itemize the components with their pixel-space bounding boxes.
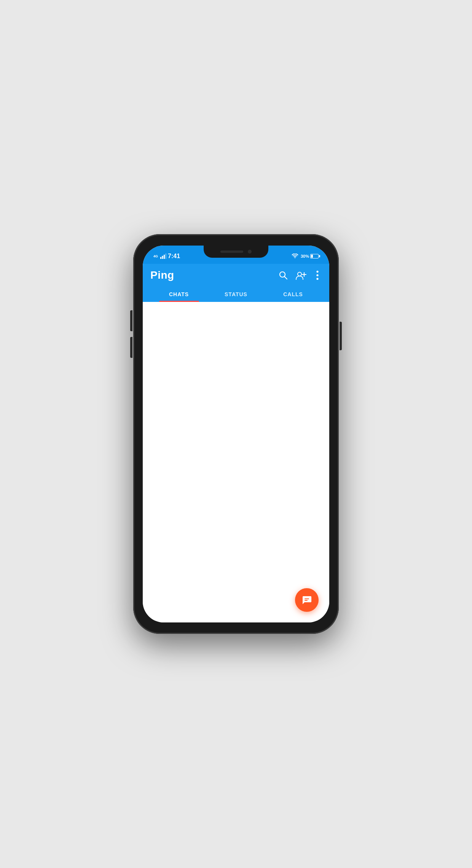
chat-icon bbox=[301, 595, 312, 605]
battery-fill bbox=[311, 255, 313, 258]
svg-rect-1 bbox=[162, 256, 163, 259]
svg-rect-3 bbox=[166, 254, 167, 259]
battery-icon bbox=[310, 254, 319, 258]
speaker bbox=[220, 251, 243, 253]
status-time: 7:41 bbox=[168, 253, 180, 260]
signal-icon bbox=[160, 254, 166, 259]
volume-down-button[interactable] bbox=[130, 337, 132, 358]
front-camera bbox=[248, 250, 252, 254]
svg-rect-2 bbox=[164, 255, 165, 259]
tab-chats[interactable]: CHATS bbox=[150, 287, 207, 302]
add-contact-icon bbox=[295, 270, 306, 280]
more-options-icon bbox=[313, 270, 322, 280]
svg-point-6 bbox=[298, 272, 301, 276]
power-button[interactable] bbox=[340, 322, 342, 350]
svg-line-5 bbox=[285, 277, 287, 279]
new-chat-fab[interactable] bbox=[295, 588, 319, 612]
svg-point-9 bbox=[316, 271, 318, 273]
network-type: 4G bbox=[153, 254, 158, 258]
phone-frame: 4G 7:41 30% bbox=[133, 234, 339, 634]
battery-container: 30% bbox=[301, 254, 319, 258]
svg-point-11 bbox=[316, 278, 318, 280]
tab-status[interactable]: STATUS bbox=[207, 287, 265, 302]
notch bbox=[204, 246, 268, 258]
phone-screen: 4G 7:41 30% bbox=[143, 246, 329, 622]
app-header: Ping bbox=[143, 264, 329, 302]
status-right: 30% bbox=[292, 254, 319, 259]
svg-point-10 bbox=[316, 274, 318, 276]
add-contact-button[interactable] bbox=[295, 270, 306, 280]
search-icon bbox=[278, 270, 288, 280]
wifi-icon bbox=[292, 254, 298, 259]
svg-rect-0 bbox=[160, 257, 161, 259]
search-button[interactable] bbox=[278, 270, 288, 280]
more-options-button[interactable] bbox=[313, 270, 322, 280]
status-left: 4G 7:41 bbox=[153, 253, 180, 260]
app-title-row: Ping bbox=[150, 269, 322, 281]
volume-up-button[interactable] bbox=[130, 310, 132, 331]
app-title: Ping bbox=[150, 269, 174, 281]
content-area bbox=[143, 302, 329, 622]
battery-percent: 30% bbox=[301, 254, 309, 258]
tab-calls[interactable]: CALLS bbox=[265, 287, 322, 302]
tabs-row: CHATS STATUS CALLS bbox=[150, 287, 322, 302]
header-icons bbox=[278, 270, 322, 280]
